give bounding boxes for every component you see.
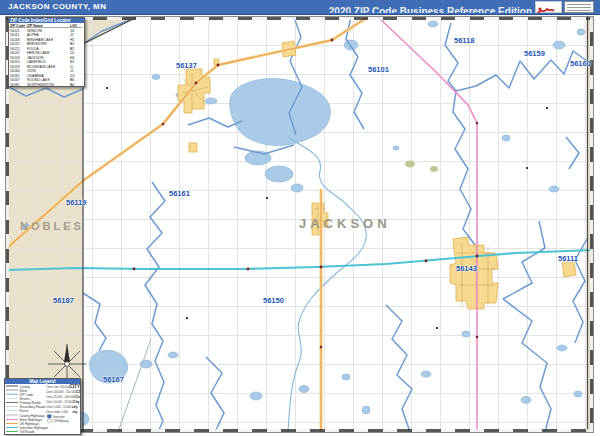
city-alpha [562, 262, 576, 277]
legend-city-label: Cities 25,000 - 100,000 [46, 395, 74, 398]
legend-city-label: Cities 10,000 - 25,000 [46, 400, 73, 403]
legend-city-label: Cities over 250,000 [46, 385, 70, 388]
legend-line-label: Streets [20, 397, 30, 401]
legend-line-sample [6, 407, 18, 408]
zip-label-56187: 56187 [53, 296, 74, 305]
legend-line-label: US Highways [20, 422, 40, 426]
legend-line-item: Toll Roads [5, 430, 46, 433]
county-label-jackson: JACKSON [299, 216, 391, 231]
legend-city-sample: CITY [70, 384, 80, 389]
legend-city-sample: City [74, 394, 80, 399]
interstate-shield-icon [47, 414, 52, 418]
county-label-nobles: NOBLES [20, 220, 84, 232]
zip-label-56161: 56161 [169, 189, 190, 198]
legend-shield-item: US Highway [46, 419, 79, 424]
table-row: 56187WORTHINGTONB4 [9, 82, 82, 86]
legend-line-sample [6, 411, 18, 412]
legend-line-label: ZIP Code [20, 393, 34, 397]
legend-shield-label: US Highway [54, 419, 69, 422]
column-header: ZIP Name [27, 23, 70, 28]
table-cell: 56187 [9, 82, 27, 86]
grid-ruler-bottom [6, 429, 593, 432]
legend-line-sample [6, 427, 18, 428]
legend-line-label: State Highways [20, 418, 43, 422]
legend-line-sample [6, 423, 18, 424]
maps-logo-icon [535, 1, 562, 13]
column-header: LOC [70, 23, 81, 28]
zip-label-56119: 56119 [66, 198, 86, 207]
zip-label-56150: 56150 [263, 296, 284, 305]
legend-line-sample [6, 431, 18, 432]
legend-line-sample [6, 415, 18, 416]
legend-line-label: Primary Roads [20, 401, 41, 405]
legend-city-label: Cities 100,000 - 250,000 [46, 390, 76, 393]
legend-line-sample [6, 390, 18, 391]
publisher-text-line [567, 10, 591, 11]
legend-line-sample [6, 402, 18, 403]
us-highway-shield-icon [47, 419, 52, 423]
table-cell: WORTHINGTON [27, 82, 70, 86]
publisher-text-line [567, 7, 591, 8]
legend-city-sample: CITY [76, 389, 80, 394]
legend-city-sample: city [72, 405, 78, 409]
grid-ruler-right [590, 17, 593, 432]
page-title: JACKSON COUNTY, MN [8, 2, 106, 11]
legend-line-sample [6, 394, 18, 396]
legend-line-sample [6, 386, 18, 387]
legend-line-label: Secondary Roads [20, 405, 46, 409]
zip-label-56111: 56111 [558, 254, 578, 263]
legend-line-label: County [20, 384, 30, 388]
zip-label-56118: 56118 [454, 36, 474, 45]
legend-line-label: Interstate Highways [20, 426, 49, 430]
zip-label-56137: 56137 [176, 61, 197, 70]
zip-index-table-body: ZIP CodeZIP NameLOC56101WINDOMG256111ALP… [9, 23, 84, 86]
county-map-canvas: NOBLES JACKSON 56137 56101 56118 56159 5… [5, 16, 594, 433]
title-bar: JACKSON COUNTY, MN 2020 ZIP Code Busines… [0, 0, 600, 15]
grid-ruler-top [6, 17, 593, 20]
zip-label-56160: 56160 [570, 59, 591, 68]
city-okabena [189, 143, 197, 152]
zip-label-56101: 56101 [368, 65, 389, 74]
zip-label-56143: 56143 [456, 264, 477, 273]
map-legend: Map Legend CountyStateZIP CodeStreetsPri… [4, 378, 81, 435]
edition-label: 2020 ZIP Code Business Reference Edition [329, 6, 532, 13]
legend-city-sample: City [73, 400, 80, 404]
legend-line-sample [6, 419, 18, 420]
zip-label-56167: 56167 [103, 375, 124, 384]
zip-index-table: ZIP Code Index/Grid Locator ZIP CodeZIP … [8, 17, 85, 87]
legend-line-label: Rivers [20, 409, 29, 413]
legend-line-sample [6, 398, 18, 399]
publisher-info-box [564, 1, 594, 13]
table-cell: B4 [70, 82, 81, 86]
legend-line-label: County Highways [20, 413, 45, 417]
column-header: ZIP Code [9, 23, 27, 28]
legend-line-label: State [20, 388, 28, 392]
legend-line-label: Toll Roads [20, 430, 35, 433]
legend-city-sample: city [72, 410, 77, 413]
publisher-text-line [567, 4, 591, 5]
legend-city-label: Cities under 5,000 [46, 410, 68, 413]
zip-label-56159: 56159 [524, 49, 545, 58]
edition-label-wrap: 2020 ZIP Code Business Reference Edition [329, 1, 532, 13]
legend-shield-label: Interstate [53, 415, 64, 418]
legend-city-label: Cities 5,000 - 10,000 [46, 405, 71, 408]
map-legend-body: CountyStateZIP CodeStreetsPrimary RoadsS… [5, 384, 80, 433]
